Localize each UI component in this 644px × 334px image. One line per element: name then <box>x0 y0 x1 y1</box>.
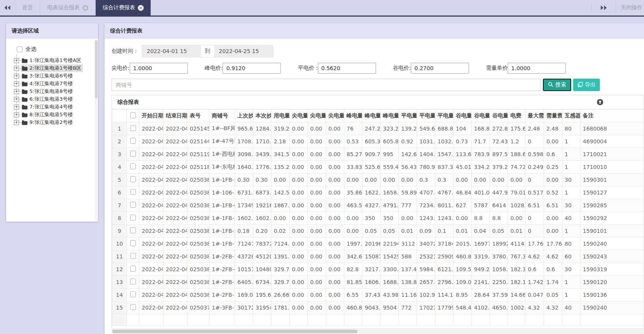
table-cell: 1547.2 <box>435 148 453 161</box>
tree-item-7[interactable]: +7:张江集电港4号楼 <box>14 103 95 111</box>
row-checkbox[interactable] <box>130 202 136 208</box>
tree-expand-icon[interactable]: + <box>14 66 19 71</box>
tree-item-2[interactable]: +2:张江集电港1号楼B区 <box>14 64 95 72</box>
table-cell: 78372. <box>253 238 271 250</box>
tree-item-6[interactable]: +6:张江集电港3号楼 <box>14 95 95 103</box>
table-cell: 0.00 <box>326 276 344 289</box>
tree-node[interactable]: 4:张江集电港7号楼 <box>21 80 74 88</box>
price-field-input[interactable] <box>411 63 469 74</box>
table-cell: 0.05 <box>490 225 508 238</box>
row-checkbox[interactable] <box>130 151 136 157</box>
table-cell: 3112 <box>399 238 417 250</box>
tree-expand-icon[interactable]: + <box>14 89 19 94</box>
table-cell: 965.60 <box>235 122 253 135</box>
tab-3[interactable]: 综合计费报表× <box>96 0 151 15</box>
price-field-input[interactable] <box>130 63 188 74</box>
row-checkbox[interactable] <box>130 266 136 272</box>
tree-expand-icon[interactable]: + <box>14 58 19 63</box>
row-checkbox[interactable] <box>130 176 136 182</box>
table-cell: 6.55 <box>344 289 362 301</box>
tab-1[interactable]: 首页 <box>15 0 40 15</box>
collapse-panel-icon[interactable] <box>597 99 603 105</box>
tree-expand-icon[interactable]: + <box>14 74 19 79</box>
date-to-input[interactable] <box>214 45 273 57</box>
table-cell: 0.20 <box>253 225 271 238</box>
search-button[interactable]: 搜索 <box>543 79 571 91</box>
row-checkbox[interactable] <box>130 164 136 169</box>
tree-node[interactable]: 2:张江集电港1号楼B区 <box>21 64 83 72</box>
tab-2[interactable]: 电表综合报表× <box>40 0 96 15</box>
table-cell: 4114.8 <box>508 238 526 250</box>
row-checkbox[interactable] <box>130 189 136 195</box>
table-cell: 0.00 <box>308 301 326 314</box>
select-all-areas[interactable]: 全选 <box>17 46 95 53</box>
tree-expand-icon[interactable]: + <box>14 112 19 117</box>
tree-item-9[interactable]: +9:张江集电港2号楼 <box>14 119 95 126</box>
tree-expand-icon[interactable]: + <box>14 105 19 110</box>
row-number: 3 <box>112 148 127 161</box>
tree-node[interactable]: 6:张江集电港3号楼 <box>21 95 74 103</box>
close-operations-menu[interactable]: 关闭操作 <box>621 4 644 11</box>
table-scroll-area[interactable]: 开始日期结束日期表号商铺号上次抄本次抄用电量尖电量尖电量尖电量峰电量峰电量峰电量… <box>112 109 644 326</box>
table-cell: 02503800 <box>187 250 210 263</box>
tree-item-8[interactable]: +8:张江集电港5号楼 <box>14 111 95 119</box>
row-checkbox[interactable] <box>130 291 136 297</box>
table-cell: 0.05 <box>544 289 562 301</box>
tree-node[interactable]: 7:张江集电港4号楼 <box>21 103 74 111</box>
tree-item-3[interactable]: +3:张江集电港6号楼 <box>14 72 95 80</box>
row-checkbox-cell <box>127 174 139 186</box>
tree-expand-icon[interactable]: + <box>14 97 19 102</box>
price-field-input[interactable] <box>223 63 281 74</box>
tabs-scroll-left-icon[interactable] <box>0 0 15 15</box>
tree-node[interactable]: 9:张江集电港2号楼 <box>21 119 74 126</box>
row-checkbox[interactable] <box>130 125 136 131</box>
sidebar-scrollbar-thumb[interactable] <box>95 40 98 98</box>
tree-node[interactable]: 3:张江集电港6号楼 <box>21 72 74 80</box>
horizontal-scrollbar[interactable] <box>112 329 644 334</box>
shop-number-input[interactable] <box>112 79 541 91</box>
table-cell: 34072. <box>417 238 435 250</box>
table-cell: 33.83 <box>344 161 362 174</box>
horizontal-scrollbar-thumb[interactable] <box>112 330 357 333</box>
tree-item-1[interactable]: +1:张江集电港1号楼A区 <box>14 57 95 64</box>
table-cell: 1590319 <box>580 263 644 276</box>
row-checkbox[interactable] <box>130 304 136 310</box>
export-button[interactable]: 导出 <box>573 79 600 91</box>
header-select-all-checkbox[interactable] <box>130 112 136 118</box>
tabs-scroll-right-icon[interactable] <box>596 5 611 10</box>
select-all-checkbox[interactable] <box>17 46 22 52</box>
table-cell: 0.00 <box>290 250 308 263</box>
sidebar-scrollbar[interactable] <box>95 40 98 221</box>
tree-node[interactable]: 5:张江集电港8号楼 <box>21 88 74 95</box>
row-checkbox[interactable] <box>130 279 136 284</box>
tree-node[interactable]: 1:张江集电港1号楼A区 <box>21 57 83 64</box>
row-checkbox[interactable] <box>130 253 136 259</box>
table-cell: 995 <box>381 148 399 161</box>
row-checkbox[interactable] <box>130 215 136 220</box>
tree-node[interactable]: 8:张江集电港5号楼 <box>21 111 74 119</box>
tree-item-4[interactable]: +4:张江集电港7号楼 <box>14 80 95 88</box>
price-field-input[interactable] <box>508 63 566 74</box>
table-cell: 31954. <box>253 301 271 314</box>
row-checkbox[interactable] <box>130 138 136 144</box>
table-cell: 329.7 <box>271 263 290 276</box>
table-cell: 0.00 <box>308 250 326 263</box>
date-from-input[interactable] <box>142 45 201 57</box>
table-cell: 81.85 <box>344 276 362 289</box>
row-checkbox[interactable] <box>130 227 136 233</box>
row-checkbox[interactable] <box>130 240 136 246</box>
tab-close-icon[interactable]: × <box>82 5 88 11</box>
tree-item-5[interactable]: +5:张江集电港8号楼 <box>14 88 95 95</box>
table-cell: 2022-04- <box>163 199 187 212</box>
table-cell: 0.00 <box>508 212 526 225</box>
price-field-label: 尖电价: <box>112 65 130 72</box>
price-field-input[interactable] <box>318 63 376 74</box>
table-cell: 2022-04- <box>139 263 163 276</box>
tab-close-icon[interactable]: × <box>138 5 144 11</box>
table-cell: 28.64 <box>472 289 490 301</box>
tree-expand-icon[interactable]: + <box>14 120 19 125</box>
table-cell: 1404.5 <box>417 148 435 161</box>
tree-expand-icon[interactable]: + <box>14 81 19 86</box>
table-cell: 2657.6 <box>417 276 435 289</box>
table-cell: 401.07 <box>472 186 490 199</box>
